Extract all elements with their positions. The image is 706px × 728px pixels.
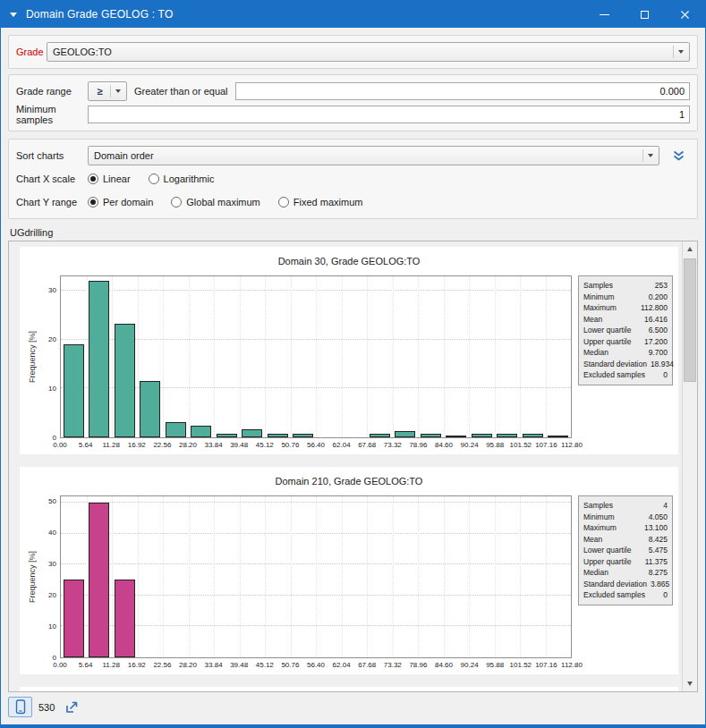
statistics-box: Samples4Minimum4.050Maximum13.100Mean8.4… (578, 495, 673, 605)
gridline (214, 276, 215, 437)
gridline (444, 276, 445, 437)
gridline (214, 496, 215, 657)
gridline (265, 496, 266, 657)
y-tick-label: 30 (48, 287, 56, 294)
x-tick-label: 62.04 (333, 441, 351, 449)
x-tick-label: 39.48 (230, 441, 248, 449)
scrollbar-thumb[interactable] (684, 258, 696, 382)
gridline (316, 276, 317, 437)
histogram-bar (64, 344, 84, 437)
x-tick-label: 67.68 (358, 441, 376, 449)
gridline (189, 276, 190, 437)
x-tick-label: 22.56 (153, 441, 171, 449)
gridline (495, 496, 496, 657)
device-count-button[interactable] (8, 697, 32, 717)
gridline (393, 276, 394, 437)
combo-separator (110, 85, 111, 97)
stat-row: Samples4 (583, 500, 668, 512)
minimum-samples-input[interactable] (88, 106, 690, 123)
x-tick-label: 56.40 (307, 441, 325, 449)
x-tick-label: 78.96 (409, 661, 427, 669)
gridline (291, 496, 292, 657)
minimize-button[interactable] (584, 1, 625, 28)
minimize-icon (600, 14, 609, 15)
y-tick-label: 10 (48, 623, 56, 631)
stat-row: Lower quartile6.500 (583, 325, 668, 336)
options-group: Sort charts Domain order Chart X scale L… (8, 139, 698, 219)
collapse-options-button[interactable] (667, 146, 690, 165)
threshold-input[interactable] (235, 82, 690, 100)
grade-label: Grade (16, 47, 47, 57)
scroll-up-button[interactable] (683, 241, 697, 257)
operator-caption: Greater than or equal (134, 86, 228, 97)
x-tick-label: 33.84 (205, 661, 223, 669)
radio-label: Fixed maximum (293, 197, 363, 207)
histogram-bar (395, 431, 415, 437)
scroll-down-button[interactable] (683, 676, 697, 691)
x-tick-label: 22.56 (153, 661, 171, 669)
x-tick-label: 84.60 (435, 441, 453, 449)
window-menu-icon[interactable] (10, 13, 17, 17)
histogram-bar (497, 434, 517, 437)
histogram-plot (60, 275, 572, 438)
radio-per-domain[interactable]: Per domain (88, 197, 153, 207)
arrow-up-icon (687, 247, 693, 251)
gridline (342, 496, 343, 657)
radio-button-icon (88, 174, 98, 184)
chart-domain-210: Domain 210, Grade GEOLOG:TO Frequency [%… (20, 467, 678, 674)
x-tick-label: 11.28 (102, 661, 119, 669)
combo-separator (642, 149, 643, 162)
y-tick-label: 20 (48, 592, 56, 599)
x-tick-label: 90.24 (461, 661, 479, 669)
y-axis-label: Frequency [%] (28, 331, 37, 383)
gridline (393, 496, 394, 657)
radio-fixed-maximum[interactable]: Fixed maximum (278, 197, 363, 207)
gridline (444, 496, 445, 657)
gridline (87, 496, 88, 657)
status-count: 530 (38, 702, 55, 713)
x-tick-label: 33.84 (205, 441, 223, 449)
x-tick-label: 78.96 (409, 441, 427, 449)
y-axis-label: Frequency [%] (28, 551, 37, 603)
close-button[interactable] (665, 1, 705, 28)
grade-select[interactable]: GEOLOG:TO (47, 42, 690, 62)
x-tick-label: 5.64 (79, 441, 93, 449)
gridline (316, 496, 317, 657)
radio-logarithmic[interactable]: Logarithmic (149, 174, 215, 184)
stat-row: Mean8.425 (583, 534, 668, 546)
gridline (418, 496, 419, 657)
arrow-down-icon (687, 681, 693, 686)
stat-row: Upper quartile17.200 (583, 336, 668, 348)
chart-y-range-label: Chart Y range (16, 197, 88, 207)
grade-group: Grade GEOLOG:TO (8, 35, 698, 69)
pop-out-button[interactable] (61, 697, 82, 717)
x-tick-label: 107.16 (535, 441, 557, 449)
gridline (367, 496, 368, 657)
sort-charts-select[interactable]: Domain order (88, 146, 659, 165)
gridline (265, 276, 266, 437)
radio-global-maximum[interactable]: Global maximum (171, 197, 260, 207)
radio-button-icon (171, 197, 182, 207)
histogram-bar (217, 434, 237, 437)
chart-domain-30: Domain 30, Grade GEOLOG:TO Frequency [%]… (20, 247, 678, 454)
gridline (189, 496, 190, 657)
charts-panel: Domain 30, Grade GEOLOG:TO Frequency [%]… (8, 241, 698, 692)
x-tick-label: 90.24 (461, 441, 479, 449)
radio-linear[interactable]: Linear (88, 174, 131, 184)
chart-domain-240: Domain 240, Grade GEOLOG:TO (20, 687, 678, 691)
range-group: Grade range ≥ Greater than or equal Mini… (8, 74, 698, 131)
vertical-scrollbar[interactable] (682, 241, 697, 691)
charts-scroll-area: Domain 30, Grade GEOLOG:TO Frequency [%]… (9, 241, 682, 691)
maximize-button[interactable] (625, 1, 665, 28)
grade-select-value: GEOLOG:TO (53, 47, 668, 57)
stat-row: Minimum0.200 (583, 292, 668, 303)
radio-label: Per domain (103, 197, 153, 207)
x-tick-label: 28.20 (179, 441, 197, 449)
x-axis: 0.005.6411.2816.9222.5628.2033.8439.4845… (60, 658, 572, 671)
histogram-bar (191, 426, 211, 437)
x-tick-label: 0.00 (53, 441, 67, 449)
stat-row: Maximum13.100 (583, 522, 668, 534)
operator-select[interactable]: ≥ (88, 81, 127, 101)
x-tick-label: 45.12 (256, 441, 274, 449)
chart-title: Domain 210, Grade GEOLOG:TO (25, 470, 673, 495)
